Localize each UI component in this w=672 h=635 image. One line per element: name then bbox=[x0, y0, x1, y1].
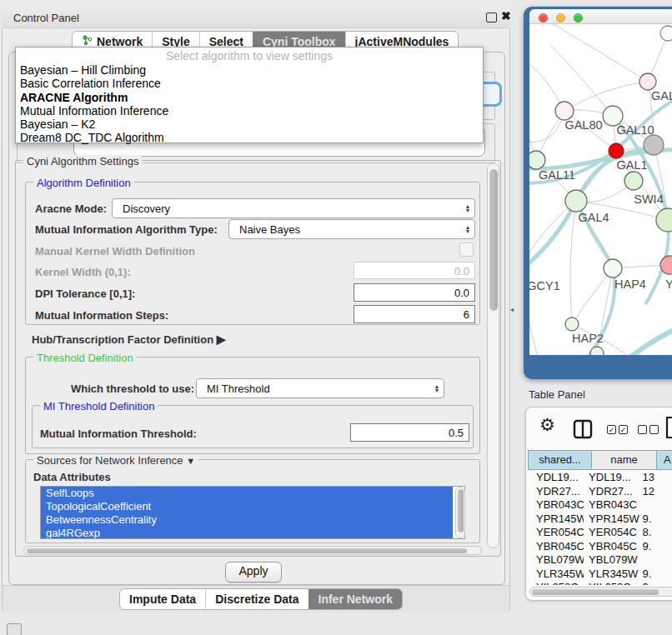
dropdown-item-bayesian-k2[interactable]: Bayesian – K2 bbox=[16, 118, 483, 131]
manual-kernel-width-checkbox[interactable] bbox=[459, 242, 474, 257]
settings-vertical-scrollbar-thumb[interactable] bbox=[489, 169, 498, 311]
table-cell[interactable]: YBR043C bbox=[584, 498, 639, 512]
table-row[interactable]: YIL052CYIL052C9. bbox=[528, 580, 672, 585]
attribute-item-betweennesscentrality[interactable]: BetweennessCentrality bbox=[41, 513, 453, 527]
aracne-mode-combobox[interactable]: Discovery ▲▼ bbox=[112, 198, 475, 218]
network-node-swi4[interactable] bbox=[624, 172, 643, 190]
attributes-list-scrollbar[interactable] bbox=[455, 487, 465, 538]
close-traffic-light[interactable] bbox=[539, 13, 548, 22]
table-cell[interactable]: 9. bbox=[639, 567, 672, 581]
gear-icon[interactable]: ⚙ bbox=[539, 415, 555, 435]
attribute-item-topologicalcoefficient[interactable]: TopologicalCoefficient bbox=[41, 500, 453, 513]
table-cell[interactable]: YPR145W bbox=[528, 512, 584, 526]
tab-impute-data[interactable]: Impute Data bbox=[120, 589, 205, 609]
table-row[interactable]: YBR045CYBR045C9. bbox=[528, 539, 672, 553]
mi-algorithm-type-combobox[interactable]: Naive Bayes ▲▼ bbox=[228, 219, 475, 239]
network-node-gal-top[interactable] bbox=[639, 73, 656, 90]
algorithm-dropdown-placeholder: Select algorithm to view settings bbox=[16, 48, 483, 63]
table-cell[interactable]: YIL052C bbox=[584, 580, 639, 585]
which-threshold-combobox[interactable]: MI Threshold ▲▼ bbox=[196, 378, 444, 398]
table-row[interactable]: YBR043CYBR043C bbox=[528, 498, 672, 512]
settings-horizontal-scrollbar-thumb[interactable] bbox=[27, 548, 467, 553]
table-cell[interactable]: YLR345W bbox=[528, 567, 584, 581]
network-node-bottom-partial[interactable] bbox=[590, 347, 604, 355]
table-horizontal-scrollbar-thumb[interactable] bbox=[532, 589, 659, 595]
table-cell[interactable]: YBR045C bbox=[528, 539, 584, 553]
network-node-gal80[interactable] bbox=[555, 102, 574, 120]
column-header-shared[interactable]: shared... bbox=[528, 450, 592, 470]
dropdown-item-aracne-algorithm[interactable]: ARACNE Algorithm bbox=[16, 91, 483, 104]
table-cell[interactable]: YER054C bbox=[528, 525, 584, 539]
network-window-titlebar[interactable] bbox=[529, 9, 672, 24]
attribute-item-selfloops[interactable]: SelfLoops bbox=[41, 487, 453, 500]
apply-button[interactable]: Apply bbox=[225, 562, 282, 582]
dropdown-item-mutual-information-inference[interactable]: Mutual Information Inference bbox=[16, 104, 483, 118]
table-cell[interactable]: YDR27... bbox=[528, 484, 584, 498]
table-row[interactable]: YDR27...YDR27...12 bbox=[528, 484, 672, 498]
settings-horizontal-scrollbar[interactable] bbox=[23, 546, 482, 555]
network-node-hap2[interactable] bbox=[565, 318, 579, 331]
dropdown-item-basic-correlation-inference[interactable]: Basic Correlation Inference bbox=[16, 77, 483, 90]
table-cell[interactable] bbox=[639, 552, 672, 567]
table-cell[interactable]: YLR345W bbox=[584, 567, 639, 581]
dpi-tolerance-field[interactable]: 0.0 bbox=[354, 283, 475, 302]
panel-grip-icon[interactable] bbox=[7, 623, 22, 635]
attribute-item-gal4rgexp[interactable]: gal4RGexp bbox=[41, 527, 453, 539]
network-node-gray-node[interactable] bbox=[644, 135, 664, 155]
table-cell[interactable]: YBR045C bbox=[584, 539, 639, 553]
deselect-all-columns-icon[interactable] bbox=[638, 425, 659, 434]
table-horizontal-scrollbar[interactable] bbox=[529, 587, 672, 597]
table-cell[interactable]: 9. bbox=[639, 512, 672, 526]
table-cell[interactable]: YDL19... bbox=[584, 470, 639, 484]
table-cell[interactable]: 9. bbox=[639, 539, 672, 553]
mi-steps-field[interactable]: 6 bbox=[354, 305, 475, 323]
dropdown-item-dream8-dc-tdc-algorithm[interactable]: Dream8 DC_TDC Algorithm bbox=[16, 131, 483, 144]
table-cell[interactable]: YPR145W bbox=[584, 512, 639, 526]
column-header-name[interactable]: name bbox=[592, 450, 657, 470]
table-cell[interactable]: YDL19... bbox=[528, 470, 584, 484]
split-columns-icon[interactable] bbox=[573, 419, 593, 439]
network-node-gal11[interactable] bbox=[529, 151, 545, 169]
column-header-a[interactable]: A bbox=[657, 450, 672, 470]
select-all-columns-icon[interactable]: ✓✓ bbox=[607, 425, 628, 434]
minimize-traffic-light[interactable] bbox=[556, 13, 565, 22]
table-cell[interactable]: YBL079W bbox=[528, 552, 584, 567]
sources-toggle[interactable]: Sources for Network Inference ▼ bbox=[33, 454, 198, 467]
settings-vertical-scrollbar[interactable] bbox=[487, 163, 499, 548]
network-node-top-white[interactable] bbox=[660, 26, 672, 41]
attributes-list-scrollbar-thumb[interactable] bbox=[458, 489, 464, 532]
mi-threshold-field[interactable]: 0.5 bbox=[350, 423, 469, 442]
table-row[interactable]: YBL079WYBL079W bbox=[528, 552, 672, 567]
table-cell[interactable]: 8. bbox=[639, 525, 672, 539]
close-icon[interactable]: ✖ bbox=[501, 9, 511, 22]
table-cell[interactable]: YER054C bbox=[584, 525, 639, 539]
table-cell[interactable]: YBR043C bbox=[528, 498, 584, 512]
float-window-icon[interactable] bbox=[486, 12, 497, 22]
network-canvas[interactable]: GALGAL80GAL10GAL1GAL11SWI4GAL4GCY1HAP4YH… bbox=[529, 24, 672, 355]
table-cell[interactable] bbox=[639, 498, 672, 512]
network-node-hap4[interactable] bbox=[604, 259, 622, 278]
table-row[interactable]: YPR145WYPR145W9. bbox=[528, 512, 672, 526]
table-row[interactable]: YLR345WYLR345W9. bbox=[528, 567, 672, 581]
zoom-traffic-light[interactable] bbox=[574, 13, 583, 22]
kernel-width-field[interactable]: 0.0 bbox=[354, 262, 475, 279]
collapsed-arrow-icon: ▶ bbox=[217, 332, 226, 346]
hub-definition-toggle[interactable]: Hub/Transcription Factor Definition ▶ bbox=[32, 332, 226, 346]
table-cell[interactable]: YIL052C bbox=[528, 580, 584, 585]
table-cell[interactable]: 13 bbox=[639, 470, 672, 484]
network-node-gal1[interactable] bbox=[609, 143, 624, 158]
table-cell[interactable]: 12 bbox=[639, 484, 672, 498]
table-cell[interactable]: YBL079W bbox=[584, 552, 639, 567]
network-node-gal4[interactable] bbox=[565, 190, 587, 212]
splitter-collapse-arrow[interactable]: ◂ bbox=[510, 306, 514, 313]
table-row[interactable]: YDL19...YDL19...13 bbox=[528, 470, 672, 484]
table-row[interactable]: YER054CYER054C8. bbox=[528, 525, 672, 539]
table-cell[interactable]: 9. bbox=[639, 580, 672, 585]
network-node-big-green[interactable] bbox=[656, 208, 672, 232]
table-cell[interactable]: YDR27... bbox=[584, 484, 639, 498]
tab-infer-network[interactable]: Infer Network bbox=[308, 589, 402, 609]
dpi-tolerance-label: DPI Tolerance [0,1]: bbox=[35, 288, 135, 300]
dropdown-item-bayesian-hill-climbing[interactable]: Bayesian – Hill Climbing bbox=[16, 63, 483, 77]
document-icon[interactable] bbox=[664, 416, 672, 439]
tab-discretize-data[interactable]: Discretize Data bbox=[205, 589, 308, 609]
